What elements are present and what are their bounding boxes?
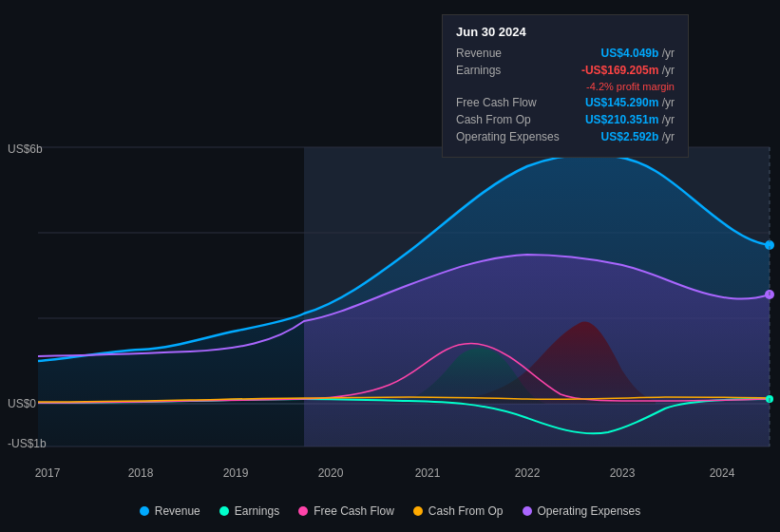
tooltip-earnings-value: -US$169.205m /yr [581,64,675,77]
legend: Revenue Earnings Free Cash Flow Cash Fro… [0,504,780,518]
y-label-bot: -US$1b [8,437,47,450]
legend-label-opex: Operating Expenses [538,504,641,518]
tooltip-fcf-row: Free Cash Flow US$145.290m /yr [456,96,675,109]
x-label-2017: 2017 [35,466,61,480]
legend-item-fcf[interactable]: Free Cash Flow [298,504,394,518]
x-label-2020: 2020 [318,466,344,480]
legend-label-revenue: Revenue [155,504,200,518]
tooltip-cashop-value: US$210.351m /yr [585,113,675,126]
x-label-2019: 2019 [223,466,249,480]
y-label-mid: US$0 [8,397,36,410]
legend-item-opex[interactable]: Operating Expenses [523,504,641,518]
tooltip-cashop-row: Cash From Op US$210.351m /yr [456,113,675,126]
x-label-2023: 2023 [610,466,636,480]
legend-dot-opex [523,506,532,516]
tooltip-fcf-label: Free Cash Flow [456,96,537,109]
x-label-2022: 2022 [515,466,541,480]
tooltip-fcf-value: US$145.290m /yr [585,96,675,109]
x-label-2018: 2018 [128,466,154,480]
tooltip-revenue-label: Revenue [456,47,502,60]
chart-container: US$6b US$0 -US$1b 2017 2018 2019 2020 20… [0,0,780,532]
tooltip-box: Jun 30 2024 Revenue US$4.049b /yr Earnin… [442,14,689,158]
legend-dot-fcf [298,506,308,516]
tooltip-cashop-label: Cash From Op [456,113,531,126]
tooltip-opex-value: US$2.592b /yr [601,130,675,143]
legend-dot-earnings [219,506,229,516]
legend-label-earnings: Earnings [235,504,279,518]
tooltip-earnings-row: Earnings -US$169.205m /yr [456,64,675,77]
legend-item-earnings[interactable]: Earnings [219,504,279,518]
tooltip-revenue-value: US$4.049b /yr [601,47,675,60]
legend-label-fcf: Free Cash Flow [314,504,394,518]
legend-item-revenue[interactable]: Revenue [140,504,200,518]
legend-dot-cashop [413,506,423,516]
tooltip-profit-margin: -4.2% profit margin [586,81,675,92]
legend-item-cashop[interactable]: Cash From Op [413,504,504,518]
legend-dot-revenue [140,506,149,516]
tooltip-profit-margin-row: -4.2% profit margin [456,81,675,92]
x-label-2024: 2024 [710,466,735,480]
tooltip-opex-row: Operating Expenses US$2.592b /yr [456,130,675,143]
tooltip-revenue-row: Revenue US$4.049b /yr [456,47,675,60]
x-label-2021: 2021 [415,466,441,480]
tooltip-opex-label: Operating Expenses [456,130,560,143]
tooltip-earnings-label: Earnings [456,64,501,77]
legend-label-cashop: Cash From Op [428,504,504,518]
y-label-top: US$6b [8,142,43,156]
tooltip-date: Jun 30 2024 [456,25,675,39]
